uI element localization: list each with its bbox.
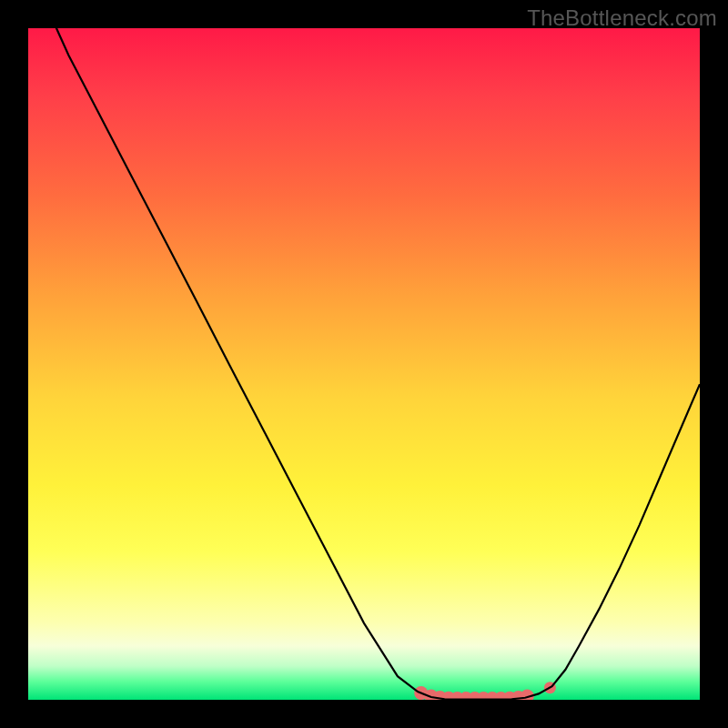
plot-area bbox=[28, 28, 700, 700]
bottleneck-curve bbox=[28, 28, 700, 700]
watermark-text: TheBottleneck.com bbox=[527, 5, 717, 31]
chart-frame: TheBottleneck.com bbox=[0, 0, 728, 728]
